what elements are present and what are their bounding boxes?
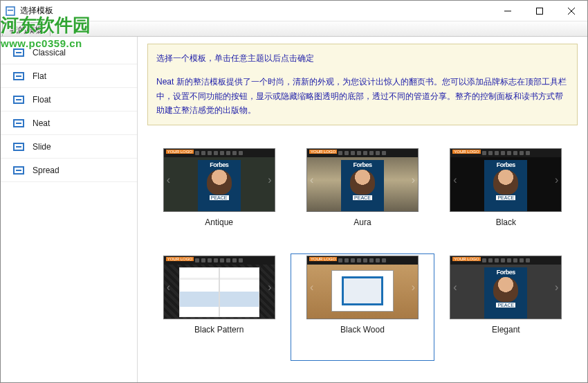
- sidebar-item-spread[interactable]: Spread: [1, 159, 137, 182]
- template-category-list: Classical Flat Float Neat Slide Spread: [1, 37, 138, 382]
- template-icon: [13, 48, 24, 57]
- maximize-button[interactable]: [524, 1, 555, 21]
- dialog-window: 选择模板 河东软件园 www.pc0359.cn 我的模板 Classical …: [0, 0, 588, 383]
- thumbnail-logo: YOUR LOGO: [452, 150, 480, 154]
- sidebar-item-label: Neat: [33, 118, 50, 128]
- theme-label: Black Pattern: [194, 325, 244, 335]
- monitor-preview: [331, 270, 394, 312]
- prev-arrow-icon: ‹: [167, 174, 170, 186]
- next-arrow-icon: ›: [268, 174, 271, 186]
- thumbnail-logo: YOUR LOGO: [166, 257, 194, 261]
- svg-rect-3: [537, 8, 543, 14]
- open-book: [179, 267, 259, 317]
- window-title: 选择模板: [20, 5, 53, 17]
- theme-thumbnail: YOUR LOGO‹›: [163, 256, 275, 319]
- magazine-cover: ForbesPEACE: [484, 267, 527, 319]
- sidebar-item-label: Float: [33, 95, 51, 105]
- theme-thumbnail: YOUR LOGOForbesPEACE‹›: [163, 148, 275, 212]
- sidebar-item-label: Classical: [33, 48, 66, 57]
- theme-label: Black: [496, 217, 516, 227]
- theme-card-antique[interactable]: YOUR LOGOForbesPEACE‹›Antique: [147, 146, 291, 253]
- sidebar-item-label: Spread: [33, 166, 59, 175]
- theme-label: Aura: [353, 217, 371, 227]
- theme-thumbnail: YOUR LOGOForbesPEACE‹›: [450, 148, 562, 212]
- main-panel: 选择一个模板，单击任意主题以后点击确定 Neat 新的整洁模板提供了一个时尚，清…: [138, 37, 587, 382]
- sidebar-item-label: Flat: [33, 71, 46, 81]
- description-title: 选择一个模板，单击任意主题以后点击确定: [156, 51, 569, 65]
- svg-rect-1: [8, 10, 13, 11]
- thumbnail-logo: YOUR LOGO: [452, 257, 480, 261]
- next-arrow-icon: ›: [555, 174, 558, 186]
- prev-arrow-icon: ‹: [167, 281, 170, 294]
- template-icon: [13, 143, 24, 151]
- sidebar-item-float[interactable]: Float: [1, 88, 137, 112]
- theme-card-wood[interactable]: YOUR LOGO‹›Black Wood: [291, 253, 434, 361]
- theme-card-black[interactable]: YOUR LOGOForbesPEACE‹›Black: [434, 146, 578, 253]
- description-panel: 选择一个模板，单击任意主题以后点击确定 Neat 新的整洁模板提供了一个时尚，清…: [147, 44, 578, 125]
- thumbnail-logo: YOUR LOGO: [309, 257, 337, 261]
- thumbnail-logo: YOUR LOGO: [166, 150, 194, 154]
- theme-thumbnail: YOUR LOGO‹›: [306, 256, 419, 319]
- minimize-button[interactable]: [492, 1, 524, 21]
- theme-label: Black Wood: [340, 325, 385, 335]
- prev-arrow-icon: ‹: [310, 174, 313, 186]
- prev-arrow-icon: ‹: [453, 174, 457, 186]
- next-arrow-icon: ›: [412, 281, 415, 294]
- theme-card-pattern[interactable]: YOUR LOGO‹›Black Pattern: [147, 253, 291, 361]
- template-icon: [13, 166, 24, 175]
- theme-grid: YOUR LOGOForbesPEACE‹›AntiqueYOUR LOGOFo…: [147, 125, 578, 382]
- description-body: Neat 新的整洁模板提供了一个时尚，清新的外观，为您设计出惊人的翻页书。您可以…: [156, 75, 569, 117]
- theme-label: Antique: [205, 217, 233, 227]
- magazine-cover: ForbesPEACE: [341, 160, 384, 211]
- theme-card-elegant[interactable]: YOUR LOGOForbesPEACE‹›Elegant: [434, 253, 578, 361]
- next-arrow-icon: ›: [412, 174, 415, 186]
- tab-my-templates[interactable]: 我的模板: [2, 22, 50, 36]
- template-icon: [13, 96, 24, 104]
- next-arrow-icon: ›: [268, 281, 271, 294]
- next-arrow-icon: ›: [555, 281, 558, 294]
- thumbnail-logo: YOUR LOGO: [309, 150, 337, 154]
- template-icon: [13, 72, 24, 80]
- sidebar-item-slide[interactable]: Slide: [1, 135, 137, 159]
- magazine-cover: ForbesPEACE: [484, 160, 527, 211]
- svg-rect-0: [6, 7, 15, 15]
- template-icon: [13, 119, 24, 127]
- sidebar-item-classical[interactable]: Classical: [1, 41, 137, 64]
- dialog-body: Classical Flat Float Neat Slide Spread: [1, 37, 587, 382]
- prev-arrow-icon: ‹: [453, 281, 457, 294]
- tab-strip: 我的模板: [1, 21, 587, 37]
- app-icon: [5, 6, 16, 17]
- theme-thumbnail: YOUR LOGOForbesPEACE‹›: [450, 256, 562, 319]
- sidebar-item-flat[interactable]: Flat: [1, 64, 137, 88]
- sidebar-item-neat[interactable]: Neat: [1, 112, 137, 135]
- sidebar-item-label: Slide: [33, 142, 51, 152]
- theme-card-aura[interactable]: YOUR LOGOForbesPEACE‹›Aura: [291, 146, 434, 253]
- titlebar[interactable]: 选择模板: [1, 1, 587, 21]
- prev-arrow-icon: ‹: [310, 281, 313, 294]
- close-button[interactable]: [555, 1, 587, 21]
- magazine-cover: ForbesPEACE: [198, 160, 241, 211]
- theme-label: Elegant: [492, 325, 520, 335]
- theme-thumbnail: YOUR LOGOForbesPEACE‹›: [306, 148, 419, 212]
